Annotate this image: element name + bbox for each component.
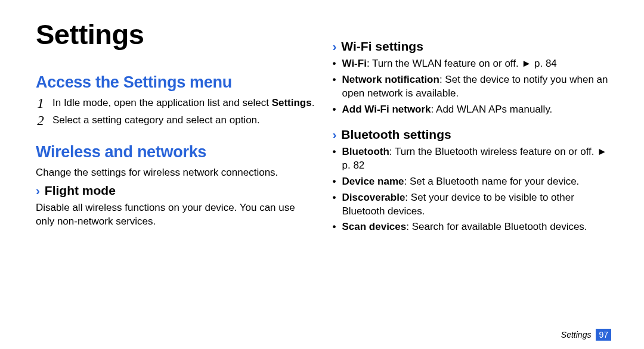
step1-text-bold: Settings (272, 97, 312, 108)
page-ref: p. 84 (531, 58, 557, 69)
step-number: 1 (36, 96, 45, 110)
list-item: • Device name: Set a Bluetooth name for … (333, 175, 612, 189)
list-item: • Scan devices: Search for available Blu… (333, 220, 612, 234)
subheading-label: Bluetooth settings (341, 127, 451, 141)
chevron-icon: › (333, 39, 337, 53)
list-item: • Wi-Fi: Turn the WLAN feature on or off… (333, 57, 612, 71)
bullet-icon: • (333, 73, 338, 101)
desc: : Turn the Bluetooth wireless feature on… (389, 146, 597, 157)
right-column: › Wi-Fi settings • Wi-Fi: Turn the WLAN … (333, 18, 612, 236)
bullet-icon: • (333, 175, 338, 189)
step-1: 1 In Idle mode, open the application lis… (36, 96, 315, 110)
bullet-icon: • (333, 191, 338, 219)
ref-arrow-icon: ► (521, 58, 531, 69)
subheading-label: Wi-Fi settings (341, 39, 423, 53)
list-item: • Add Wi-Fi network: Add WLAN APs manual… (333, 103, 612, 117)
subheading-wifi-settings: › Wi-Fi settings (333, 39, 612, 54)
step1-text-c: . (312, 97, 315, 108)
list-item-text: Discoverable: Set your device to be visi… (342, 191, 612, 219)
bullet-icon: • (333, 145, 338, 173)
page-footer: Settings 97 (561, 329, 611, 341)
page-ref: p. 82 (342, 160, 365, 171)
desc: : Set a Bluetooth name for your device. (404, 176, 579, 187)
list-item-text: Add Wi-Fi network: Add WLAN APs manually… (342, 103, 553, 117)
step-2: 2 Select a setting category and select a… (36, 114, 315, 127)
bullet-icon: • (333, 220, 338, 234)
list-item-text: Scan devices: Search for available Bluet… (342, 220, 587, 234)
term: Scan devices (342, 221, 407, 232)
list-item-text: Wi-Fi: Turn the WLAN feature on or off. … (342, 57, 557, 71)
footer-section-label: Settings (561, 330, 592, 339)
step-number: 2 (36, 114, 45, 127)
desc: : Turn the WLAN feature on or off. (367, 58, 522, 69)
bullet-icon: • (333, 103, 338, 117)
term: Add Wi-Fi network (342, 104, 431, 115)
list-item-text: Bluetooth: Turn the Bluetooth wireless f… (342, 145, 612, 173)
list-item: • Network notification: Set the device t… (333, 73, 612, 101)
list-item: • Bluetooth: Turn the Bluetooth wireless… (333, 145, 612, 173)
page-number-badge: 97 (596, 329, 611, 341)
term: Bluetooth (342, 146, 389, 157)
desc: : Add WLAN APs manually. (431, 104, 553, 115)
heading-wireless-networks: Wireless and networks (36, 143, 315, 161)
list-item: • Discoverable: Set your device to be vi… (333, 191, 612, 219)
wireless-intro: Change the settings for wireless network… (36, 166, 315, 180)
list-item-text: Device name: Set a Bluetooth name for yo… (342, 175, 580, 189)
subheading-flight-mode: › Flight mode (36, 183, 315, 198)
content-columns: Settings Access the Settings menu 1 In I… (36, 18, 611, 236)
page-title: Settings (36, 18, 315, 51)
chevron-icon: › (36, 183, 40, 197)
term: Discoverable (342, 192, 405, 203)
step1-text-a: In Idle mode, open the application list … (52, 97, 272, 108)
subheading-bluetooth-settings: › Bluetooth settings (333, 127, 612, 142)
list-item-text: Network notification: Set the device to … (342, 73, 612, 101)
flight-mode-body: Disable all wireless functions on your d… (36, 201, 315, 229)
ref-arrow-icon: ► (597, 146, 607, 157)
left-column: Settings Access the Settings menu 1 In I… (36, 18, 315, 236)
step-text: In Idle mode, open the application list … (52, 96, 314, 110)
step-text: Select a setting category and select an … (52, 114, 260, 127)
term: Network notification (342, 74, 439, 85)
term: Wi-Fi (342, 58, 367, 69)
desc: : Search for available Bluetooth devices… (406, 221, 587, 232)
heading-access-settings: Access the Settings menu (36, 73, 315, 92)
bullet-icon: • (333, 57, 338, 71)
chevron-icon: › (333, 127, 337, 141)
subheading-label: Flight mode (45, 183, 116, 197)
term: Device name (342, 176, 404, 187)
